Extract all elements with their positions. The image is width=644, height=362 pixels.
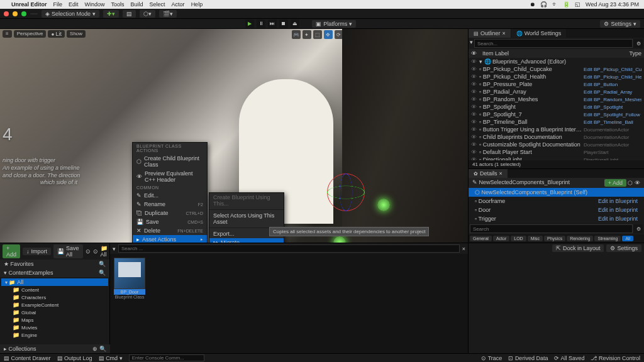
menu-select[interactable]: Select (150, 1, 165, 8)
add-content-button[interactable]: ✚▾ (103, 10, 119, 18)
outliner-tab[interactable]: ▤ Outliner × (469, 29, 511, 38)
marketplace-button[interactable]: ▤ (123, 10, 136, 18)
obs-icon[interactable]: ⏺ (530, 1, 535, 8)
asset-bp-door[interactable]: BP_Door Blueprint Class (114, 258, 145, 299)
tree-folder[interactable]: 📁 Characters (1, 293, 108, 301)
cb-settings-button[interactable]: ⚙ Settings (606, 244, 641, 252)
menu-build[interactable]: Build (131, 1, 143, 8)
outliner-row[interactable]: 👁▫ BP_Radial_ArrayEdit BP_Radial_Array (469, 88, 644, 96)
outliner-row[interactable]: 👁▫ BP_Pickup_Child_HealthEdit BP_Pickup_… (469, 73, 644, 80)
close-icon[interactable]: × (502, 30, 506, 36)
derived-data-button[interactable]: ⊡ Derived Data (508, 355, 548, 361)
cb-filter-button[interactable]: ▾ (113, 246, 116, 252)
output-log-button[interactable]: ▤ Output Log (57, 355, 92, 361)
component-trigger[interactable]: ▫ Trigger (475, 216, 496, 222)
filter-chip[interactable]: Misc (528, 236, 543, 241)
visibility-column-icon[interactable]: 👁 (471, 50, 482, 57)
outliner-row[interactable]: 👁▫ BP_SpotlightEdit BP_Spotlight (469, 103, 644, 111)
outliner-options-icon[interactable]: ⚙ (634, 39, 643, 48)
collections-header[interactable]: ▸ Collections (4, 346, 36, 352)
menu-help[interactable]: Help (191, 1, 203, 8)
outliner-row[interactable]: 👁▫ BP_Pickup_Child_CupcakeEdit BP_Pickup… (469, 65, 644, 73)
filter-chip[interactable]: Physics (544, 236, 565, 241)
cb-history-fwd[interactable]: ⊙ (93, 248, 98, 255)
cb-save-all-button[interactable]: 💾 Save All (53, 244, 83, 258)
outliner-row[interactable]: 👁▫ Customizable Spotlight DocumentationD… (469, 141, 644, 148)
filter-chip[interactable]: All (622, 236, 633, 241)
ctx-preview-cpp[interactable]: 👁 Preview Equivalent C++ Header (133, 169, 207, 184)
cb-path-button[interactable]: 📁 All (101, 245, 108, 258)
traffic-max[interactable] (21, 11, 26, 16)
content-examples-header[interactable]: ▾ ContentExamples (4, 270, 53, 276)
filter-chip[interactable]: Rendering (567, 236, 593, 241)
control-center-icon[interactable]: ◱ (575, 1, 580, 8)
filter-chip[interactable]: LOD (511, 236, 526, 241)
menu-edit[interactable]: Edit (69, 1, 79, 8)
item-label-column[interactable]: Item Label (482, 50, 629, 57)
level-viewport[interactable]: ≡ Perspective ● Lit Show 🎮 ✦ ⬚ ✥ ⟳ ⤢ 🌐 ⊞… (0, 29, 468, 243)
tree-folder[interactable]: 📁 Movies (1, 324, 108, 331)
outliner-row[interactable]: 👁▫ BP_Pressure_PlateEdit BP_Button (469, 80, 644, 88)
edit-in-blueprint-link[interactable]: Edit in Blueprint (598, 207, 638, 213)
ctx-asset-actions[interactable]: ▸ Asset Actions▸ (133, 235, 207, 243)
type-column[interactable]: Type (629, 50, 641, 57)
add-component-button[interactable]: + Add (604, 179, 626, 187)
edit-in-blueprint-link[interactable]: Edit in Blueprint (598, 198, 638, 204)
blueprints-button[interactable]: ⬡▾ (140, 10, 155, 18)
perspective-dropdown[interactable]: Perspective (14, 30, 47, 38)
clock[interactable]: Wed Aug 23 4:36 PM (586, 1, 639, 8)
search-icon[interactable]: 🔍 (99, 270, 106, 276)
stop-button[interactable]: ⏹ (279, 19, 288, 28)
cb-search[interactable] (118, 244, 460, 253)
outliner-row[interactable]: 👁▫ BP_Timeline_BallEdit BP_Timeline_Ball (469, 118, 644, 126)
menu-tools[interactable]: Tools (111, 1, 125, 8)
skip-button[interactable]: ⏭ (268, 19, 277, 28)
app-name[interactable]: Unreal Editor (11, 1, 47, 8)
lit-dropdown[interactable]: ● Lit (48, 30, 65, 38)
selection-mode-button[interactable]: ◈ Selection Mode ▾ (42, 10, 99, 18)
console-input[interactable] (129, 354, 204, 361)
cinematics-button[interactable]: 🎬▾ (159, 10, 177, 18)
outliner-row[interactable]: 👁▫ DirectionalLightDirectionalLight (469, 156, 644, 160)
edit-in-blueprint-link[interactable]: Edit in Blueprint (598, 216, 638, 222)
ctx-delete[interactable]: ✕ DeleteFN+DELETE (133, 226, 207, 235)
translate-tool-icon[interactable]: ✥ (324, 30, 333, 39)
wifi-icon[interactable]: ᯤ (552, 1, 558, 8)
game-view-icon[interactable]: 🎮 (292, 30, 301, 39)
outliner-world-row[interactable]: 👁▾ 🌐 Blueprints_Advanced (Editor) (469, 58, 644, 65)
filter-chip[interactable]: Streaming (594, 236, 621, 241)
tree-folder[interactable]: 📁 Engine (1, 331, 108, 339)
trace-button[interactable]: ⊙ Trace (481, 355, 502, 361)
tree-folder[interactable]: 📁 Content (1, 286, 108, 293)
outliner-row[interactable]: 👁▫ Child Blueprints DocumentationDocumen… (469, 133, 644, 141)
tree-folder[interactable]: 📁 Maps (1, 316, 108, 324)
ctx-migrate[interactable]: ↪ Migrate... (209, 238, 284, 243)
cb-history-back[interactable]: ⊙ (86, 248, 91, 255)
menu-file[interactable]: File (53, 1, 63, 8)
show-dropdown[interactable]: Show (67, 30, 86, 38)
ctx-duplicate[interactable]: ⿻ DuplicateCTRL+D (133, 209, 207, 217)
outliner-search[interactable] (474, 39, 633, 48)
play-button[interactable]: ▶ (245, 19, 254, 28)
tree-folder[interactable]: 📁 ExampleContent (1, 301, 108, 309)
traffic-min[interactable] (13, 11, 18, 16)
pause-button[interactable]: ⏸ (257, 19, 265, 28)
cb-import-button[interactable]: ↓ Import (23, 248, 51, 255)
menu-window[interactable]: Window (85, 1, 105, 8)
eject-button[interactable]: ⏏ (291, 19, 299, 28)
ctx-rename[interactable]: ✎ RenameF2 (133, 200, 207, 209)
dock-in-layout-button[interactable]: ⇱ Dock in Layout (552, 244, 604, 252)
close-tab-icon[interactable]: × (462, 246, 465, 252)
outliner-row[interactable]: 👁▫ Default Player StartPlayerStart (469, 148, 644, 156)
select-tool-icon[interactable]: ⬚ (313, 30, 322, 39)
details-options-icon[interactable]: ⚙ (634, 224, 643, 233)
ctx-edit[interactable]: ✎ Edit... (133, 191, 207, 200)
component-doorframe[interactable]: ▫ Doorframe (475, 198, 505, 204)
details-search[interactable] (470, 224, 633, 233)
cb-add-button[interactable]: + Add (3, 244, 20, 258)
ctx-select-actors-using[interactable]: Select Actors Using This Asset (209, 211, 284, 226)
tree-folder[interactable]: 📁 Global (1, 309, 108, 316)
details-root-component[interactable]: ⬡ NewSelectedComponents_Blueprint (Self) (475, 189, 587, 195)
save-button[interactable] (30, 13, 38, 14)
viewport-menu[interactable]: ≡ (3, 30, 12, 38)
